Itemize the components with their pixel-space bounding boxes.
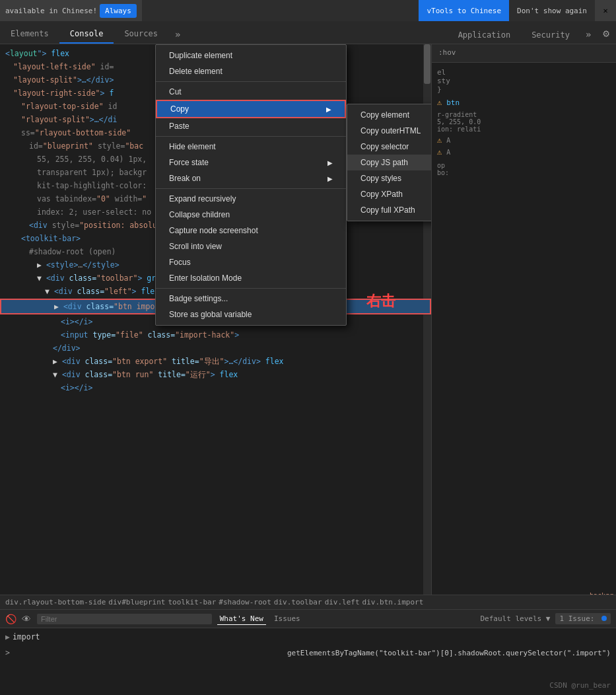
tab-console[interactable]: Console [59, 25, 114, 44]
style-block-2: ⚠ A [437, 135, 611, 145]
console-eye-icon[interactable]: 👁 [21, 614, 32, 624]
context-menu-item-duplicate[interactable]: Duplicate element [156, 48, 346, 63]
devtools-right-tabs: Application Security » ⚙ [448, 23, 616, 44]
dom-line: <i></i> [0, 381, 431, 394]
style-bo: bo: [437, 169, 611, 176]
context-menu-item-scroll[interactable]: Scroll into view [156, 238, 346, 254]
copy-submenu-item-styles[interactable]: Copy styles [347, 170, 431, 186]
dom-scrollbar-thumb[interactable] [424, 44, 430, 84]
dom-line: ▶ <div class="btn export" title="导出">…</… [0, 355, 431, 368]
style-block-1: ⚠ btn [437, 98, 611, 107]
tab-security[interactable]: Security [521, 26, 580, 44]
translate-title-button[interactable]: vTools to Chinese [419, 0, 509, 21]
console-prompt-arrow: ▶ [5, 632, 10, 641]
console-issue-dot [601, 616, 607, 621]
copy-submenu-item-outerhtml[interactable]: Copy outerHTML [347, 123, 431, 139]
right-styles-content: el sty } ⚠ btn r-gradient 5, 255, 0.0 io… [432, 63, 616, 182]
console-issues-btn[interactable]: Issues [271, 613, 303, 624]
tab-elements[interactable]: Elements [0, 25, 59, 44]
context-menu-item-break-on[interactable]: Break on ▶ [156, 170, 346, 186]
context-menu-item-force-state[interactable]: Force state ▶ [156, 155, 346, 170]
console-whats-new-btn[interactable]: What's New [217, 613, 266, 625]
breadcrumb-item-6[interactable]: div.left [325, 598, 360, 606]
console-input-line: > getElementsByTagName("toolkit-bar")[0]… [0, 645, 616, 660]
translate-bar: available in Chinese! Always vTools to C… [0, 0, 616, 21]
console-prompt: > [5, 648, 10, 657]
context-menu-item-expand[interactable]: Expand recursively [156, 191, 346, 207]
breadcrumb-item-3[interactable]: toolkit-bar [168, 598, 216, 606]
console-input-text: getElementsByTagName("toolkit-bar")[0].s… [287, 649, 611, 657]
copy-submenu-item-full-xpath[interactable]: Copy full XPath [347, 202, 431, 218]
translate-available-text: available in Chinese! [5, 7, 97, 15]
context-menu-item-cut[interactable]: Cut [156, 84, 346, 100]
console-levels-dropdown[interactable]: Default levels ▼ [480, 614, 550, 623]
translate-always-button[interactable]: Always [100, 4, 137, 18]
console-toolbar: 🚫 👁 What's New Issues Default levels ▼ 1… [0, 610, 616, 628]
copy-submenu-item-element[interactable]: Copy element [347, 107, 431, 123]
style-gradient: r-gradient 5, 255, 0.0 ion: relati [437, 111, 611, 133]
console-content: ▶ import [0, 628, 616, 645]
context-menu-item-hide[interactable]: Hide element [156, 139, 346, 155]
style-filter: el sty } [437, 68, 611, 94]
tab-more-right[interactable]: » [580, 25, 596, 44]
context-menu-item-collapse[interactable]: Collapse children [156, 207, 346, 223]
console-input-field[interactable] [13, 648, 287, 657]
translate-close-icon[interactable]: ✕ [595, 0, 616, 21]
context-menu-separator [156, 81, 346, 82]
break-on-arrow: ▶ [327, 175, 333, 182]
breadcrumb-bar: div.rlayout-bottom-side div#blueprint to… [0, 595, 616, 609]
dom-line: ▼ <div class="btn run" title="运行"> flex [0, 368, 431, 381]
translate-dont-show-button[interactable]: Don't show again [509, 0, 595, 21]
dom-line: </div> [0, 342, 431, 355]
context-menu-separator-2 [156, 136, 346, 137]
style-block-3: ⚠ A [437, 147, 611, 157]
context-menu-item-isolation[interactable]: Enter Isolation Mode [156, 270, 346, 286]
devtools-tabbar: Elements Console Sources » Application S… [0, 21, 616, 44]
context-menu-item-copy[interactable]: Copy ▶ [156, 100, 346, 118]
copy-submenu: Copy element Copy outerHTML Copy selecto… [347, 104, 431, 221]
tab-more-left[interactable]: » [168, 25, 187, 44]
tab-application[interactable]: Application [448, 26, 521, 44]
copy-submenu-item-jspath[interactable]: Copy JS path [347, 155, 431, 170]
console-output-line: ▶ import [5, 631, 611, 643]
context-menu-item-paste[interactable]: Paste [156, 118, 346, 134]
right-top-tabs: :hov [432, 44, 616, 63]
warning-icon-2: ⚠ [437, 135, 442, 145]
force-state-arrow: ▶ [327, 159, 333, 166]
context-menu-item-focus[interactable]: Focus [156, 254, 346, 270]
breadcrumb-item-5[interactable]: div.toolbar [274, 598, 322, 606]
console-filter-input[interactable] [37, 614, 212, 624]
warning-icon-1: ⚠ [437, 98, 442, 107]
context-menu-item-badge[interactable]: Badge settings... [156, 291, 346, 307]
translate-left-text: available in Chinese! Always [0, 0, 142, 21]
dom-line: <input type="file" class="import-hack"> [0, 328, 431, 342]
context-menu: Duplicate element Delete element Cut Cop… [155, 44, 347, 326]
copy-submenu-arrow: ▶ [326, 106, 331, 113]
breadcrumb-item-4[interactable]: #shadow-root [219, 598, 271, 606]
console-issue-badge[interactable]: 1 Issue: [555, 613, 611, 624]
context-menu-separator-4 [156, 288, 346, 289]
context-menu-item-store[interactable]: Store as global variable [156, 307, 346, 322]
context-menu-item-capture[interactable]: Capture node screenshot [156, 223, 346, 238]
right-tab-styles[interactable]: :hov [432, 44, 463, 62]
context-menu-separator-3 [156, 188, 346, 189]
settings-icon[interactable]: ⚙ [596, 23, 616, 44]
watermark: CSDN @run_bear [549, 681, 611, 690]
tab-sources[interactable]: Sources [114, 25, 168, 44]
console-clear-icon[interactable]: 🚫 [5, 614, 16, 624]
style-op: op [437, 162, 611, 169]
copy-submenu-item-selector[interactable]: Copy selector [347, 139, 431, 155]
console-output-text: import [13, 632, 40, 641]
breadcrumb-item-1[interactable]: div.rlayout-bottom-side [5, 598, 106, 606]
warning-icon-3: ⚠ [437, 147, 442, 157]
breadcrumb-item-2[interactable]: div#blueprint [108, 598, 165, 606]
console-area: 🚫 👁 What's New Issues Default levels ▼ 1… [0, 609, 616, 695]
breadcrumb-item-7[interactable]: div.btn.import [362, 598, 424, 606]
right-click-label: 右击 [366, 295, 395, 307]
context-menu-item-delete[interactable]: Delete element [156, 63, 346, 79]
copy-submenu-item-xpath[interactable]: Copy XPath [347, 186, 431, 202]
